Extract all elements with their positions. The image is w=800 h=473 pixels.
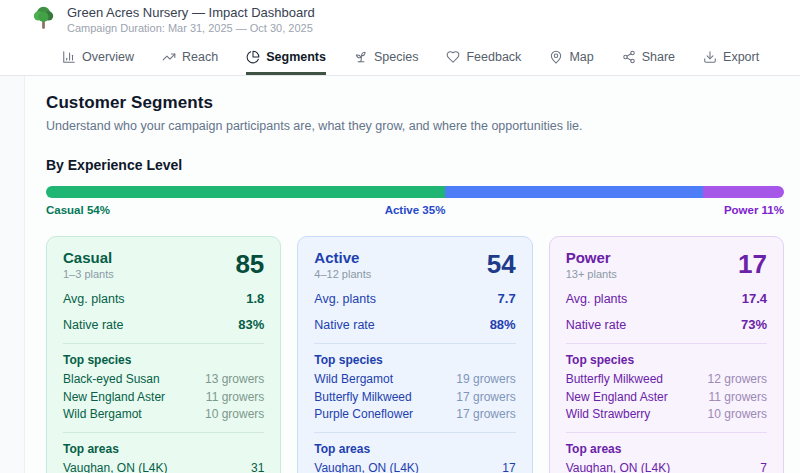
species-growers: 10 growers	[708, 407, 767, 421]
page-title: Customer Segments	[46, 93, 784, 113]
stat-native-rate: Native rate 83%	[63, 317, 264, 332]
tab-feedback[interactable]: Feedback	[446, 40, 521, 75]
share-icon	[622, 50, 636, 64]
species-name: Wild Strawberry	[566, 407, 651, 421]
tab-export[interactable]: Export	[703, 40, 759, 75]
tab-label: Export	[723, 50, 759, 64]
area-count: 31	[251, 461, 264, 473]
area-count: 17	[502, 461, 515, 473]
segments-panel: Customer Segments Understand who your ca…	[24, 76, 800, 473]
top-areas-title: Top areas	[566, 442, 767, 456]
stat-label: Avg. plants	[63, 292, 125, 306]
species-name: Black-eyed Susan	[63, 372, 160, 386]
tab-map[interactable]: Map	[549, 40, 593, 75]
tab-species[interactable]: Species	[354, 40, 418, 75]
species-growers: 12 growers	[708, 372, 767, 386]
stat-value: 1.8	[246, 291, 264, 306]
card-header: Power 13+ plants 17	[566, 249, 767, 280]
species-name: Butterfly Milkweed	[314, 390, 411, 404]
sprout-icon	[354, 50, 368, 64]
species-name: Purple Coneflower	[314, 407, 413, 421]
stat-avg-plants: Avg. plants 1.8	[63, 291, 264, 306]
stat-label: Native rate	[63, 318, 123, 332]
species-growers: 13 growers	[205, 372, 264, 386]
tab-label: Map	[569, 50, 593, 64]
distribution-labels: Casual 54% Active 35% Power 11%	[46, 204, 784, 219]
species-name: Wild Bergamot	[63, 407, 142, 421]
area-name: Vaughan, ON (L4K)	[314, 461, 419, 473]
stat-avg-plants: Avg. plants 17.4	[566, 291, 767, 306]
segment-count: 85	[235, 251, 264, 277]
stat-native-rate: Native rate 88%	[314, 317, 515, 332]
distribution-segment-power	[703, 186, 784, 198]
map-pin-icon	[549, 50, 563, 64]
area-count: 7	[760, 461, 767, 473]
segment-card-power: Power 13+ plants 17 Avg. plants 17.4 Nat…	[549, 236, 784, 473]
species-row: Wild Bergamot 10 growers	[63, 407, 264, 421]
tab-label: Species	[374, 50, 418, 64]
segment-name: Casual	[63, 249, 114, 266]
distribution-label-active: Active 35%	[385, 204, 446, 216]
app-header: Green Acres Nursery — Impact Dashboard C…	[0, 0, 800, 40]
app-title: Green Acres Nursery — Impact Dashboard	[67, 5, 315, 21]
segment-range: 1–3 plants	[63, 268, 114, 280]
stat-avg-plants: Avg. plants 7.7	[314, 291, 515, 306]
stat-label: Avg. plants	[566, 292, 628, 306]
stat-value: 88%	[490, 317, 516, 332]
page-subtitle: Understand who your campaign participant…	[46, 119, 784, 133]
species-row: Purple Coneflower 17 growers	[314, 407, 515, 421]
experience-distribution-bar	[46, 186, 784, 198]
species-name: New England Aster	[566, 390, 668, 404]
species-growers: 10 growers	[205, 407, 264, 421]
area-row: Vaughan, ON (L4K) 31	[63, 461, 264, 473]
area-name: Vaughan, ON (L4K)	[63, 461, 168, 473]
card-header: Casual 1–3 plants 85	[63, 249, 264, 280]
species-row: Wild Bergamot 19 growers	[314, 372, 515, 386]
stat-value: 83%	[238, 317, 264, 332]
segment-cards: Casual 1–3 plants 85 Avg. plants 1.8 Nat…	[46, 236, 784, 473]
divider	[314, 432, 515, 433]
tab-label: Segments	[266, 50, 326, 64]
species-name: Wild Bergamot	[314, 372, 393, 386]
species-row: New England Aster 11 growers	[63, 390, 264, 404]
segment-range: 13+ plants	[566, 268, 617, 280]
area-row: Vaughan, ON (L4K) 17	[314, 461, 515, 473]
species-growers: 17 growers	[456, 407, 515, 421]
species-growers: 11 growers	[709, 390, 767, 404]
species-row: Wild Strawberry 10 growers	[566, 407, 767, 421]
bar-chart-icon	[62, 50, 76, 64]
species-growers: 19 growers	[456, 372, 515, 386]
download-icon	[703, 50, 717, 64]
tab-share[interactable]: Share	[622, 40, 675, 75]
species-row: Butterfly Milkweed 12 growers	[566, 372, 767, 386]
card-header: Active 4–12 plants 54	[314, 249, 515, 280]
segment-card-casual: Casual 1–3 plants 85 Avg. plants 1.8 Nat…	[46, 236, 281, 473]
campaign-duration: Campaign Duration: Mar 31, 2025 — Oct 30…	[67, 21, 315, 35]
tree-logo-icon	[30, 5, 57, 32]
trending-up-icon	[162, 50, 176, 64]
segment-range: 4–12 plants	[314, 268, 371, 280]
distribution-segment-casual	[46, 186, 445, 198]
species-row: Black-eyed Susan 13 growers	[63, 372, 264, 386]
segment-name: Power	[566, 249, 617, 266]
section-title-experience-level: By Experience Level	[46, 157, 784, 173]
distribution-label-casual: Casual 54%	[46, 204, 110, 216]
tab-segments[interactable]: Segments	[246, 40, 326, 75]
top-areas-title: Top areas	[314, 442, 515, 456]
tab-label: Overview	[82, 50, 134, 64]
area-name: Vaughan, ON (L4K)	[566, 461, 671, 473]
species-name: New England Aster	[63, 390, 165, 404]
tab-overview[interactable]: Overview	[62, 40, 134, 75]
segment-count: 17	[738, 251, 767, 277]
species-row: New England Aster 11 growers	[566, 390, 767, 404]
segment-card-active: Active 4–12 plants 54 Avg. plants 7.7 Na…	[297, 236, 532, 473]
tab-reach[interactable]: Reach	[162, 40, 218, 75]
segment-count: 54	[487, 251, 516, 277]
divider	[566, 432, 767, 433]
species-growers: 11 growers	[206, 390, 264, 404]
stat-value: 7.7	[498, 291, 516, 306]
area-row: Vaughan, ON (L4K) 7	[566, 461, 767, 473]
heart-icon	[446, 50, 460, 64]
main-tabbar: Overview Reach Segments Species Feedback…	[0, 40, 800, 76]
stat-label: Avg. plants	[314, 292, 376, 306]
